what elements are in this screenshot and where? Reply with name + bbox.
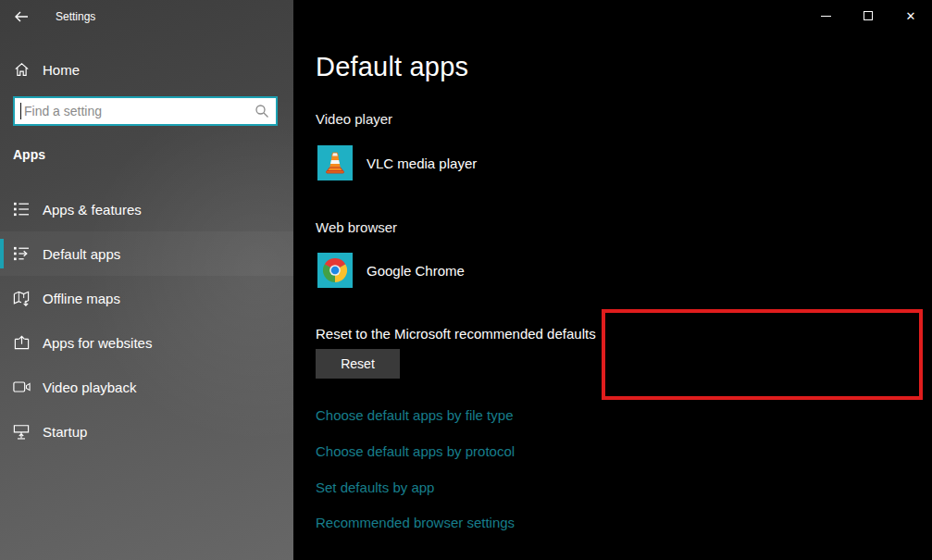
maximize-icon bbox=[864, 11, 873, 20]
reset-description: Reset to the Microsoft recommended defau… bbox=[316, 326, 596, 342]
maximize-button[interactable] bbox=[847, 0, 889, 31]
default-app-video-player[interactable]: VLC media player bbox=[317, 145, 477, 180]
annotation-red-rectangle bbox=[602, 309, 923, 400]
default-apps-icon bbox=[0, 246, 43, 261]
sidebar-item-home[interactable]: Home bbox=[0, 54, 293, 85]
text-caret bbox=[20, 103, 21, 119]
default-app-name: Google Chrome bbox=[367, 263, 465, 279]
sidebar-item-label: Default apps bbox=[43, 246, 120, 262]
minimize-button[interactable] bbox=[804, 0, 847, 31]
offline-maps-icon bbox=[0, 291, 43, 306]
link-set-defaults-by-app[interactable]: Set defaults by app bbox=[316, 479, 434, 495]
sidebar-item-video-playback[interactable]: Video playback bbox=[0, 365, 293, 409]
main-panel: ✕ Default apps Video player VLC media pl… bbox=[293, 0, 932, 560]
link-default-apps-by-protocol[interactable]: Choose default apps by protocol bbox=[316, 443, 515, 459]
search-box bbox=[13, 96, 278, 126]
sidebar-item-label: Startup bbox=[43, 424, 87, 440]
sidebar-item-label: Video playback bbox=[43, 380, 136, 395]
startup-icon bbox=[0, 424, 43, 440]
sidebar-item-label: Apps & features bbox=[43, 202, 142, 218]
minimize-icon bbox=[821, 16, 831, 17]
window-controls: ✕ bbox=[804, 0, 932, 31]
home-icon bbox=[0, 62, 43, 77]
page-title: Default apps bbox=[316, 52, 468, 82]
titlebar-left: Settings bbox=[0, 0, 293, 33]
app-title: Settings bbox=[56, 10, 95, 23]
sidebar-item-apps-features[interactable]: Apps & features bbox=[0, 187, 293, 231]
back-arrow-icon bbox=[14, 11, 29, 22]
home-label: Home bbox=[43, 62, 80, 78]
sidebar: Settings Home Apps bbox=[0, 0, 293, 560]
default-app-web-browser[interactable]: Google Chrome bbox=[317, 253, 465, 288]
link-recommended-browser-settings[interactable]: Recommended browser settings bbox=[316, 515, 515, 530]
close-button[interactable]: ✕ bbox=[889, 0, 932, 31]
chrome-icon bbox=[317, 253, 353, 288]
settings-window: Settings Home Apps bbox=[0, 0, 932, 560]
apps-for-websites-icon bbox=[0, 335, 43, 350]
close-icon: ✕ bbox=[906, 10, 916, 22]
sidebar-item-offline-maps[interactable]: Offline maps bbox=[0, 276, 293, 320]
video-playback-icon bbox=[0, 380, 43, 393]
sidebar-item-label: Apps for websites bbox=[43, 335, 152, 351]
sidebar-nav: Apps & features Default apps bbox=[0, 187, 293, 454]
reset-button[interactable]: Reset bbox=[316, 349, 400, 379]
back-button[interactable] bbox=[0, 0, 43, 33]
sidebar-item-apps-for-websites[interactable]: Apps for websites bbox=[0, 320, 293, 365]
group-heading-web-browser: Web browser bbox=[316, 219, 397, 235]
link-default-apps-by-file-type[interactable]: Choose default apps by file type bbox=[316, 407, 513, 423]
default-app-name: VLC media player bbox=[367, 156, 477, 171]
sidebar-item-startup[interactable]: Startup bbox=[0, 409, 293, 454]
vlc-icon bbox=[317, 145, 353, 180]
apps-features-icon bbox=[0, 202, 43, 217]
sidebar-section-heading: Apps bbox=[13, 147, 45, 162]
search-input[interactable] bbox=[13, 96, 278, 126]
sidebar-item-label: Offline maps bbox=[43, 291, 120, 306]
search-icon[interactable] bbox=[255, 104, 269, 118]
sidebar-item-default-apps[interactable]: Default apps bbox=[0, 231, 293, 276]
group-heading-video-player: Video player bbox=[316, 111, 392, 127]
